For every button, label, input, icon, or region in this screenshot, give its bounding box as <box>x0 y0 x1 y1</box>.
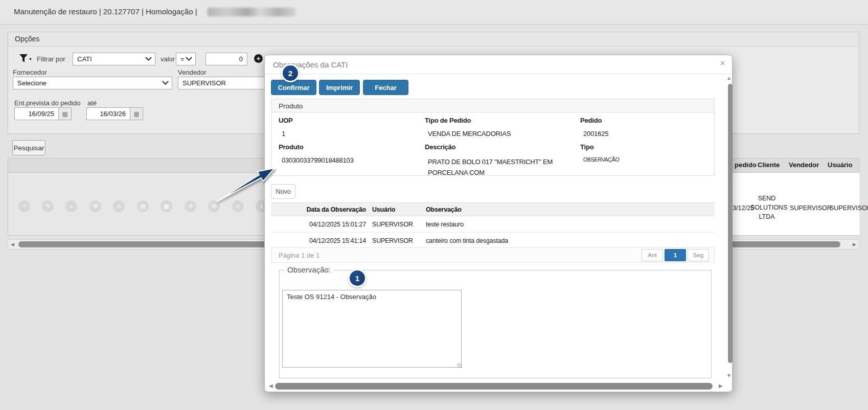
data-ate-value: 16/03/26 <box>100 110 126 118</box>
fornecedor-select-value: Selecione <box>17 79 47 87</box>
observacao-fieldset: Observação: Teste OS 91214 - Observação <box>279 270 712 378</box>
filtro-select[interactable]: CATI <box>73 53 155 65</box>
operador-select[interactable]: = <box>176 53 196 65</box>
pagination-prev-button[interactable]: Ant <box>642 249 663 261</box>
pdf-document-icon[interactable]: ▤ <box>137 200 149 212</box>
observacao-legend: Observação: <box>285 265 333 274</box>
scroll-left-icon[interactable]: ◀ <box>11 242 14 247</box>
annotation-badge-2: 2 <box>283 65 298 81</box>
calendar-icon[interactable]: ▦ <box>130 107 143 120</box>
valor-input-value: 0 <box>239 55 243 63</box>
redacted-company-name <box>208 8 295 16</box>
pagination-next-button[interactable]: Seg <box>688 249 709 261</box>
col-usuario[interactable]: Usuário <box>368 206 422 213</box>
descricao-label: Descrição <box>425 143 455 151</box>
produto-section-body: UOP Tipo de Pedido Pedido 1 VENDA DE MER… <box>271 112 715 176</box>
fornecedor-select[interactable]: Selecione <box>13 77 172 89</box>
fornecedor-label: Fornecedor <box>13 69 47 76</box>
history-icon[interactable]: ↺ <box>185 200 196 212</box>
obs-user: SUPERVISOR <box>368 221 422 228</box>
pedido-value: 2001625 <box>583 130 608 138</box>
table-row[interactable]: 3/12/25 SEND SOLUTIONS LTDA SUPERVISOR S… <box>733 173 859 235</box>
cell-vendedor: SUPERVISOR <box>790 203 820 213</box>
ate-label: até <box>87 99 97 107</box>
modal-horizontal-scrollbar-thumb[interactable] <box>275 383 713 390</box>
produto-value: 03030033799018488103 <box>282 156 354 164</box>
filter-icon[interactable] <box>19 54 32 66</box>
vendedor-label: Vendedor <box>178 69 207 76</box>
ent-prevista-label: Ent.prevista do pedido <box>14 99 80 107</box>
cell-cliente: SEND SOLUTIONS LTDA <box>750 194 783 221</box>
ticket-icon[interactable]: ▱ <box>232 200 244 212</box>
warning-icon[interactable]: ⚠ <box>113 200 125 212</box>
imprimir-button[interactable]: Imprimir <box>319 80 360 95</box>
valor-input[interactable]: 0 <box>205 53 247 65</box>
filtrar-por-label: Filtrar por <box>37 55 65 63</box>
observations-table: Data da Observação Usuário Observação 04… <box>271 202 715 249</box>
column-header-usuario[interactable]: Usuário <box>828 161 852 169</box>
close-icon[interactable]: × <box>720 59 725 67</box>
image-document-icon[interactable]: ▦ <box>161 200 172 212</box>
modal-scroll-up-icon[interactable]: ▲ <box>726 76 732 81</box>
observation-row[interactable]: 04/12/2025 15:41:14 SUPERVISOR canteiro … <box>271 233 715 249</box>
edit-icon[interactable]: ✎ <box>42 200 54 212</box>
obs-date: 04/12/2025 15:41:14 <box>271 237 368 244</box>
pagination-label: Página 1 de 1 <box>279 252 319 259</box>
observacao-textarea[interactable]: Teste OS 91214 - Observação <box>282 290 462 368</box>
tools-icon[interactable]: ⚒ <box>89 200 101 212</box>
tipo-pedido-value: VENDA DE MERCADORIAS <box>428 130 511 138</box>
data-ate-input[interactable]: 16/03/26 <box>86 107 130 120</box>
cell-usuario: SUPERVISOR <box>830 203 860 213</box>
obs-user: SUPERVISOR <box>368 237 422 244</box>
chevron-down-icon <box>162 78 169 85</box>
chevron-down-icon <box>145 54 152 61</box>
data-de-input[interactable]: 16/09/25 <box>14 107 59 120</box>
pagination-bar: Página 1 de 1 Ant 1 Seg <box>271 247 715 263</box>
filtro-select-value: CATI <box>77 55 92 63</box>
pedido-label: Pedido <box>580 117 602 124</box>
valor-label: valor <box>161 55 175 63</box>
comment-icon[interactable]: ✉ <box>208 200 220 212</box>
modal-scroll-left-icon[interactable]: ◀ <box>269 383 273 389</box>
obs-text: canteiro com tinta desgastada <box>422 237 715 244</box>
add-record-icon[interactable]: + <box>18 200 30 212</box>
produto-section-title: Produto <box>271 99 715 112</box>
vendedor-input-value: SUPERVISOR <box>182 79 226 87</box>
modal-scroll-down-icon[interactable]: ▼ <box>726 373 732 378</box>
add-filter-icon[interactable]: + <box>254 54 263 63</box>
obs-text: teste restauro <box>422 221 715 228</box>
column-header-vendedor[interactable]: Vendedor <box>789 161 819 169</box>
tipo-value: OBSERVAÇÃO <box>583 156 620 163</box>
modal-vertical-scrollbar-thumb[interactable] <box>728 84 733 363</box>
options-panel-title: Opções <box>8 32 859 47</box>
produto-label: Produto <box>279 143 303 151</box>
textarea-resize-handle[interactable] <box>458 363 462 368</box>
calendar-icon[interactable]: ▦ <box>58 107 72 120</box>
scroll-right-icon[interactable]: ▶ <box>853 242 856 247</box>
pesquisar-button[interactable]: Pesquisar <box>12 140 45 155</box>
uop-value: 1 <box>282 130 285 138</box>
annotation-badge-1: 1 <box>350 270 365 286</box>
chevron-down-icon <box>186 54 192 61</box>
uop-label: UOP <box>279 117 293 124</box>
observacoes-cati-modal: Observações da CATI × 2 Confirmar Imprim… <box>264 55 733 392</box>
search-record-icon[interactable]: ⌕ <box>65 200 77 212</box>
observation-row[interactable]: 04/12/2025 15:01:27 SUPERVISOR teste res… <box>271 216 715 233</box>
column-header-pedido[interactable]: pedido <box>735 161 757 169</box>
column-header-cliente[interactable]: Cliente <box>758 161 780 169</box>
operador-select-value: = <box>180 55 185 63</box>
confirmar-button[interactable]: Confirmar <box>271 80 316 95</box>
observations-table-header: Data da Observação Usuário Observação <box>271 202 715 216</box>
col-observacao[interactable]: Observação <box>422 206 715 213</box>
application-window: Manutenção de restauro | 20.127707 | Hom… <box>0 0 868 410</box>
title-bar: Manutenção de restauro | 20.127707 | Hom… <box>0 0 868 25</box>
novo-button[interactable]: Novo <box>271 184 295 199</box>
pagination-page-1-button[interactable]: 1 <box>665 249 686 261</box>
descricao-value: PRATO DE BOLO 017 "MAESTRICHT" EM PORCEL… <box>428 156 556 178</box>
modal-scroll-right-icon[interactable]: ▶ <box>719 383 723 389</box>
page-title: Manutenção de restauro | 20.127707 | Hom… <box>14 7 197 16</box>
col-data-observacao[interactable]: Data da Observação <box>271 206 368 213</box>
modal-title-divider <box>265 74 732 74</box>
fechar-button[interactable]: Fechar <box>363 80 408 95</box>
data-de-value: 16/09/25 <box>28 110 54 118</box>
